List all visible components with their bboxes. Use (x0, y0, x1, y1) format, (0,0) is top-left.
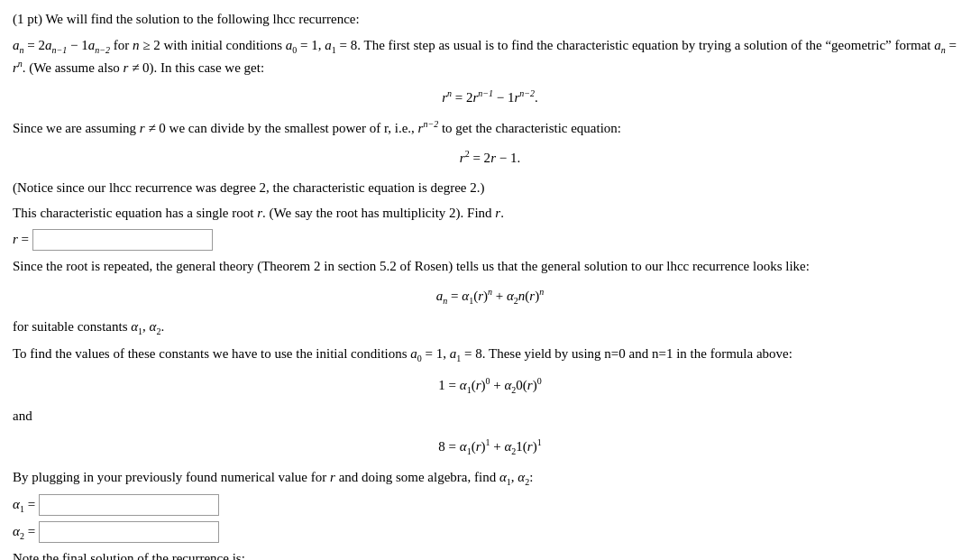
equation1-text: rn = 2rn−1 − 1rn−2. (442, 90, 538, 105)
for-suitable-text: for suitable constants α1, α2. (13, 317, 967, 338)
title-text: (1 pt) We will find the solution to the … (13, 12, 360, 26)
alpha2-input-row: α2 = (13, 521, 967, 543)
equation3-text: an = α1(r)n + α2n(r)n (436, 289, 544, 303)
equation5-text: 8 = α1(r)1 + α21(r)1 (438, 439, 541, 454)
equation3: an = α1(r)n + α2n(r)n (13, 285, 967, 308)
alpha2-input[interactable] (39, 521, 219, 543)
line2-text: Since we are assuming r ≠ 0 we can divid… (13, 117, 967, 139)
and-text: and (13, 409, 32, 423)
since-root-text: Since the root is repeated, the general … (13, 256, 967, 277)
equation4: 1 = α1(r)0 + α20(r)0 (13, 374, 967, 397)
alpha1-input[interactable] (39, 494, 219, 516)
recurrence-definition: an = 2an−1 − 1an−2 for n ≥ 2 with initia… (13, 35, 967, 78)
by-plugging-content: By plugging in your previously found num… (13, 470, 533, 484)
notice-line2-text: This characteristic equation has a singl… (13, 206, 504, 220)
to-find-content: To find the values of these constants we… (13, 346, 792, 361)
by-plugging-text: By plugging in your previously found num… (13, 467, 967, 489)
main-content: (1 pt) We will find the solution to the … (13, 9, 967, 560)
equation5: 8 = α1(r)1 + α21(r)1 (13, 436, 967, 458)
alpha2-label: α2 = (13, 521, 35, 543)
note-final-text: Note the final solution of the recurrenc… (13, 548, 967, 561)
alpha1-label: α1 = (13, 494, 35, 516)
equation2: r2 = 2r − 1. (13, 147, 967, 169)
alpha1-input-row: α1 = (13, 494, 967, 516)
equation1: rn = 2rn−1 − 1rn−2. (13, 87, 967, 108)
since-root-content: Since the root is repeated, the general … (13, 259, 810, 273)
equation2-text: r2 = 2r − 1. (460, 151, 520, 165)
recurrence-text: an = 2an−1 − 1an−2 for n ≥ 2 with initia… (13, 38, 957, 75)
equation4-text: 1 = α1(r)0 + α20(r)0 (438, 378, 541, 392)
notice-line1: (Notice since our lhcc recurrence was de… (13, 178, 967, 198)
line2-content: Since we are assuming r ≠ 0 we can divid… (13, 121, 621, 135)
for-suitable-content: for suitable constants α1, α2. (13, 319, 164, 334)
notice-line1-text: (Notice since our lhcc recurrence was de… (13, 180, 484, 195)
r-input[interactable] (32, 229, 213, 251)
to-find-text: To find the values of these constants we… (13, 344, 967, 365)
r-label: r = (13, 229, 29, 250)
r-input-row: r = (13, 229, 967, 251)
title-line: (1 pt) We will find the solution to the … (13, 9, 967, 30)
notice-line2: This characteristic equation has a singl… (13, 203, 967, 224)
note-final-content: Note the final solution of the recurrenc… (13, 551, 245, 561)
and-label: and (13, 406, 967, 427)
